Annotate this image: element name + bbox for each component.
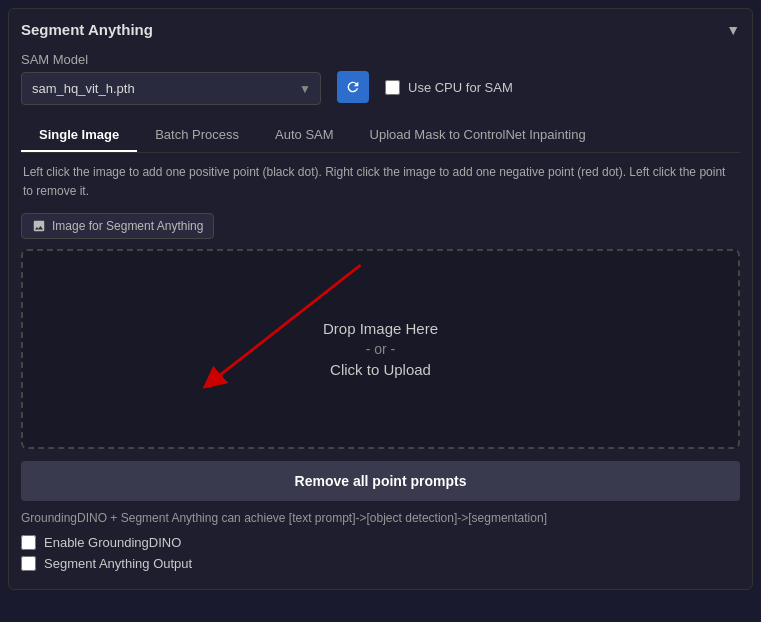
sam-model-select[interactable]: sam_hq_vit_h.pth sam_vit_h.pth sam_vit_l… xyxy=(21,72,321,105)
drop-text-or: - or - xyxy=(366,341,396,357)
segment-output-row: Segment Anything Output xyxy=(21,556,740,571)
panel-title: Segment Anything xyxy=(21,21,153,38)
drop-text-main: Drop Image Here xyxy=(323,320,438,337)
refresh-button[interactable] xyxy=(337,71,369,103)
image-label-button[interactable]: Image for Segment Anything xyxy=(21,213,214,239)
instruction-text: Left click the image to add one positive… xyxy=(21,163,740,201)
segment-output-label[interactable]: Segment Anything Output xyxy=(44,556,192,571)
cpu-checkbox-row: Use CPU for SAM xyxy=(385,80,513,95)
drop-text-upload: Click to Upload xyxy=(330,361,431,378)
tab-batch-process[interactable]: Batch Process xyxy=(137,119,257,152)
grounding-text: GroundingDINO + Segment Anything can ach… xyxy=(21,511,740,525)
image-label-text: Image for Segment Anything xyxy=(52,219,203,233)
panel-header: Segment Anything ▼ xyxy=(21,21,740,38)
enable-grounding-checkbox[interactable] xyxy=(21,535,36,550)
refresh-icon xyxy=(345,79,361,95)
select-wrapper: sam_hq_vit_h.pth sam_vit_h.pth sam_vit_l… xyxy=(21,72,321,105)
tabs-row: Single Image Batch Process Auto SAM Uplo… xyxy=(21,119,740,153)
cpu-label: Use CPU for SAM xyxy=(408,80,513,95)
sam-model-section: SAM Model sam_hq_vit_h.pth sam_vit_h.pth… xyxy=(21,52,321,105)
drop-zone[interactable]: Drop Image Here - or - Click to Upload xyxy=(21,249,740,449)
image-icon xyxy=(32,219,46,233)
tab-upload-mask[interactable]: Upload Mask to ControlNet Inpainting xyxy=(352,119,604,152)
enable-grounding-label[interactable]: Enable GroundingDINO xyxy=(44,535,181,550)
cpu-checkbox[interactable] xyxy=(385,80,400,95)
remove-all-prompts-button[interactable]: Remove all point prompts xyxy=(21,461,740,501)
enable-grounding-row: Enable GroundingDINO xyxy=(21,535,740,550)
bottom-section: Remove all point prompts GroundingDINO +… xyxy=(21,461,740,571)
segment-output-checkbox[interactable] xyxy=(21,556,36,571)
tab-single-image[interactable]: Single Image xyxy=(21,119,137,152)
tab-auto-sam[interactable]: Auto SAM xyxy=(257,119,352,152)
segment-anything-panel: Segment Anything ▼ SAM Model sam_hq_vit_… xyxy=(8,8,753,590)
collapse-icon[interactable]: ▼ xyxy=(726,22,740,38)
sam-model-row: SAM Model sam_hq_vit_h.pth sam_vit_h.pth… xyxy=(21,52,740,105)
sam-model-label: SAM Model xyxy=(21,52,321,67)
